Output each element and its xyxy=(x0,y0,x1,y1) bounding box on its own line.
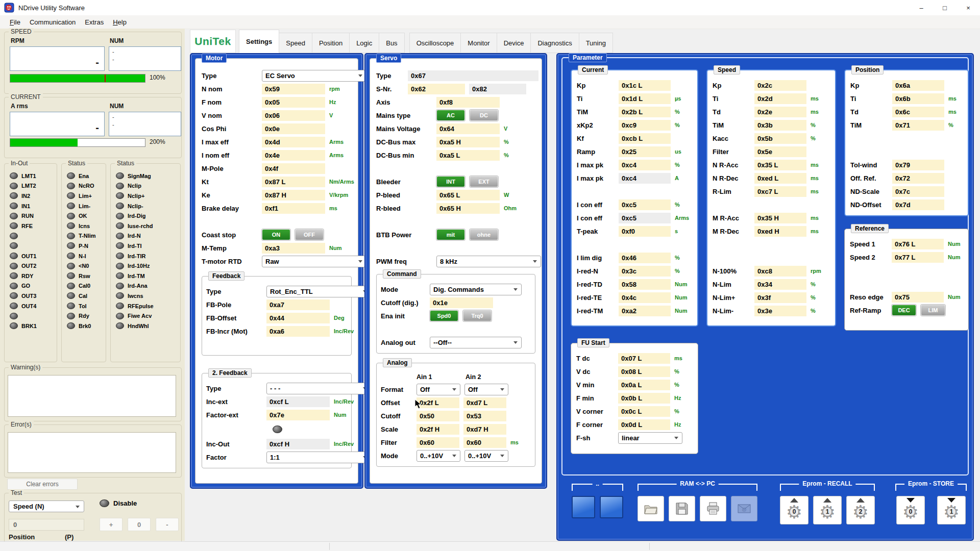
row-value-2[interactable]: 0x60 xyxy=(463,437,506,448)
row-value[interactable]: 0xc9 xyxy=(619,120,671,131)
row-value[interactable]: 0x71 xyxy=(892,120,944,131)
menu-item[interactable]: Help xyxy=(108,17,131,28)
save-button[interactable] xyxy=(669,496,695,521)
blue-swatch-button-2[interactable] xyxy=(600,496,623,518)
tab[interactable]: Logic xyxy=(350,33,379,53)
row-value[interactable]: 0x5e xyxy=(754,146,806,157)
row-value[interactable]: 0xc5 xyxy=(619,199,671,210)
row-value[interactable]: 0x4f xyxy=(262,163,325,174)
row-value[interactable]: 0xf8 xyxy=(436,97,500,108)
tab[interactable]: Position xyxy=(312,33,350,53)
row-value[interactable]: 0xed L xyxy=(754,173,806,184)
row-value[interactable]: 0x50 xyxy=(416,411,459,421)
row-value-2[interactable]: Off xyxy=(464,384,508,395)
blue-swatch-button-1[interactable] xyxy=(572,496,595,518)
row-value[interactable]: 0x4e xyxy=(262,150,325,161)
row-value[interactable]: 0xa3 xyxy=(262,243,325,254)
jog-button[interactable]: + xyxy=(100,518,122,531)
toggle-off-button[interactable]: LIM xyxy=(921,305,945,316)
row-value[interactable]: 0x4c xyxy=(619,292,671,303)
row-value[interactable]: 0x2d xyxy=(754,93,806,104)
jog-button[interactable]: 0 xyxy=(128,518,151,531)
row-value[interactable]: 0xc5 xyxy=(619,213,671,223)
row-value-2[interactable]: 0..+10V xyxy=(464,450,508,462)
row-value[interactable]: 0x0e xyxy=(262,123,325,134)
row-value[interactable]: Dig. Commands xyxy=(430,284,522,295)
row-value[interactable]: 0xa5 L xyxy=(436,150,500,161)
menu-item[interactable]: Extras xyxy=(80,17,108,28)
row-value[interactable]: 0x7c xyxy=(892,186,944,197)
close-button[interactable]: × xyxy=(957,0,980,15)
row-value[interactable]: 0x0d L xyxy=(618,419,670,430)
toggle-on-button[interactable]: mit xyxy=(436,229,465,240)
row-value[interactable]: 0x0a L xyxy=(618,380,670,390)
toggle-off-button[interactable]: ohne xyxy=(470,229,498,240)
row-value[interactable]: 0x2e xyxy=(754,107,806,117)
row-value[interactable]: 0x72 xyxy=(892,173,944,184)
toggle-off-button[interactable]: OFF xyxy=(295,229,324,240)
row-value[interactable]: 0x3c xyxy=(619,266,671,277)
tab[interactable]: Settings xyxy=(239,30,279,53)
toggle-on-button[interactable]: DEC xyxy=(892,305,916,316)
row-value[interactable]: 0x79 xyxy=(892,160,944,170)
row-value[interactable]: 0x87 L xyxy=(262,177,325,187)
row-value[interactable]: 0xa6 xyxy=(266,326,330,337)
row-value[interactable]: 0x4d xyxy=(262,137,325,147)
tab[interactable]: Device xyxy=(497,33,531,53)
row-value[interactable]: 0x3b xyxy=(754,120,806,131)
row-value[interactable]: 0x60 xyxy=(416,437,459,448)
toggle-on-button[interactable]: AC xyxy=(436,110,465,121)
row-value[interactable]: 0x1c L xyxy=(619,80,671,91)
row-value[interactable]: 0x46 xyxy=(619,253,671,263)
row-value[interactable]: 0x76 L xyxy=(892,239,944,249)
maximize-button[interactable]: □ xyxy=(933,0,957,15)
row-value-2[interactable]: 0xd7 H xyxy=(463,424,506,435)
tab[interactable]: Tuning xyxy=(579,33,613,53)
row-value[interactable]: 0x44 xyxy=(266,313,330,323)
row-value[interactable]: linear xyxy=(618,432,682,444)
toggle-on-button[interactable]: ON xyxy=(262,229,290,240)
row-value[interactable]: 0x75 xyxy=(892,292,944,303)
tab[interactable]: Diagnostics xyxy=(531,33,579,53)
row-value[interactable]: 0xc7 L xyxy=(754,186,806,197)
row-value-2[interactable]: 0x82 xyxy=(469,84,526,94)
row-value[interactable]: 0x65 H xyxy=(436,203,500,214)
open-file-button[interactable] xyxy=(638,496,664,521)
row-value[interactable]: 0x08 L xyxy=(618,366,670,377)
row-value[interactable]: 0xc4 xyxy=(619,160,671,170)
row-value[interactable]: --Off-- xyxy=(430,337,522,348)
row-value[interactable]: 0x0c L xyxy=(618,406,670,417)
row-value[interactable]: 0x5b xyxy=(754,133,806,144)
test-speed-input[interactable]: 0 xyxy=(9,519,84,531)
clear-errors-button[interactable]: Clear errors xyxy=(7,479,78,490)
row-value[interactable]: 0x06 xyxy=(262,110,325,121)
toggle-off-button[interactable]: EXT xyxy=(470,176,498,187)
tab[interactable]: Bus xyxy=(379,33,404,53)
row-value[interactable]: 1:1 xyxy=(266,452,371,463)
minimize-button[interactable]: – xyxy=(910,0,933,15)
tab[interactable]: Monitor xyxy=(461,33,497,53)
menu-item[interactable]: File xyxy=(5,17,25,28)
print-button[interactable] xyxy=(700,496,726,521)
row-value[interactable]: 0x05 xyxy=(262,97,325,108)
tab[interactable]: Oscilloscope xyxy=(409,33,461,53)
row-value[interactable]: 0x07 L xyxy=(618,353,670,364)
row-value[interactable]: 0x0b L xyxy=(618,393,670,404)
row-value[interactable]: 0x2f L xyxy=(416,397,459,408)
row-value[interactable]: 0x25 xyxy=(619,146,671,157)
row-value[interactable]: 0x59 xyxy=(262,84,325,94)
row-value[interactable]: 0x77 L xyxy=(892,252,944,263)
row-value[interactable]: 0xc8 xyxy=(754,266,806,277)
toggle-off-button[interactable]: Trq0 xyxy=(463,310,492,321)
toggle-off-button[interactable]: DC xyxy=(470,110,498,121)
row-value[interactable]: 0x65 L xyxy=(436,190,500,201)
row-value[interactable]: 0xc4 xyxy=(619,173,671,184)
row-value[interactable]: 0x6a xyxy=(892,80,944,91)
row-value[interactable]: 0..+10V xyxy=(416,450,460,462)
row-value[interactable]: 0x35 L xyxy=(754,160,806,170)
row-value[interactable]: 0xa7 xyxy=(266,299,330,310)
row-value[interactable]: 0xa5 H xyxy=(436,137,500,147)
mail-button[interactable]: @ xyxy=(731,496,757,521)
row-value[interactable]: 0xf0 xyxy=(619,226,671,237)
eprom-store-button[interactable]: 1 xyxy=(937,496,966,524)
